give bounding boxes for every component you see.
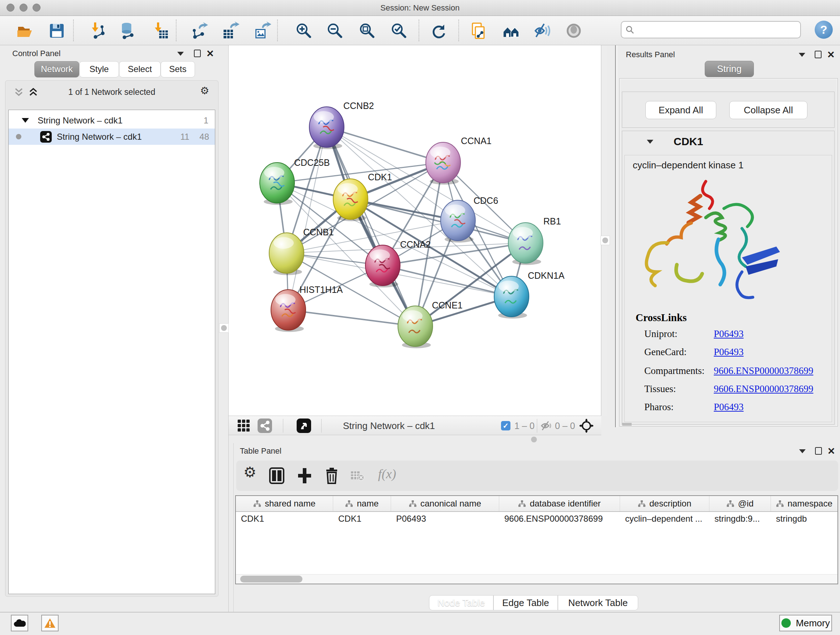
crosslink-compartments[interactable]: 9606.ENSP00000378699 — [714, 365, 813, 377]
network-node-CCNB1[interactable] — [269, 233, 304, 275]
export-table-icon[interactable] — [221, 22, 240, 40]
birdseye-toggle-icon[interactable] — [297, 418, 311, 433]
zoom-fit-icon[interactable] — [358, 22, 376, 40]
search-input[interactable] — [635, 25, 794, 35]
add-column-icon[interactable] — [297, 467, 312, 485]
warning-status-button[interactable] — [41, 615, 58, 631]
network-share-icon[interactable] — [257, 418, 272, 433]
tab-style[interactable]: Style — [79, 61, 119, 78]
crosslink-pharos[interactable]: P06493 — [714, 402, 744, 413]
crosslink-tissues[interactable]: 9606.ENSP00000378699 — [714, 383, 813, 394]
zoom-selected-icon[interactable] — [390, 22, 408, 40]
cell-database-identifier[interactable]: 9606.ENSP00000378699 — [499, 512, 620, 526]
network-node-HIST1H1A[interactable] — [271, 290, 306, 332]
cell-description[interactable]: cyclin–dependent ... — [620, 512, 709, 526]
left-splitter-handle[interactable] — [219, 323, 229, 333]
column-header[interactable]: shared name — [236, 496, 333, 511]
tab-network[interactable]: Network — [34, 61, 79, 78]
tab-edge-table[interactable]: Edge Table — [493, 595, 558, 610]
tab-select[interactable]: Select — [119, 61, 161, 78]
scrollbar-thumb[interactable] — [240, 576, 302, 583]
crosslink-label: Uniprot: — [644, 328, 677, 340]
tree-expand-icon[interactable] — [22, 118, 29, 123]
string-network-graph[interactable]: CCNB2CCNA1CDC25BCDK1CDC6RB1CCNB1CCNA2CDK… — [229, 45, 601, 416]
help-button[interactable]: ? — [815, 21, 833, 39]
network-row-selected[interactable]: String Network – cdk1 11 48 — [9, 128, 215, 145]
network-node-CCNA1[interactable] — [426, 142, 461, 185]
right-splitter-handle[interactable] — [600, 236, 610, 245]
tab-sets[interactable]: Sets — [161, 61, 195, 78]
cloud-status-button[interactable] — [11, 615, 28, 631]
results-panel-menu-icon[interactable] — [799, 53, 805, 57]
network-node-RB1[interactable] — [508, 223, 543, 265]
cell-canonical-name[interactable]: P06493 — [391, 512, 499, 526]
refresh-icon[interactable] — [430, 22, 448, 40]
table-settings-gear-icon[interactable]: ⚙ — [243, 467, 256, 477]
expand-all-button[interactable]: Expand All — [645, 101, 716, 119]
selected-checkbox-icon[interactable]: ✓ — [501, 421, 510, 431]
gene-entry: CDK1 cyclin–dependent kinase 1 — [622, 131, 835, 424]
column-header[interactable]: canonical name — [391, 496, 499, 511]
cell-id[interactable]: stringdb:9... — [709, 512, 771, 526]
zoom-out-icon[interactable] — [326, 22, 344, 40]
network-node-CCNE1[interactable] — [398, 306, 433, 348]
export-network-icon[interactable] — [190, 22, 208, 40]
control-panel-menu-icon[interactable] — [177, 52, 184, 56]
memory-button[interactable]: Memory — [779, 615, 832, 631]
delete-column-icon[interactable] — [325, 467, 339, 485]
results-panel-close-icon[interactable]: ✕ — [827, 51, 835, 59]
cell-shared-name[interactable]: CDK1 — [236, 512, 333, 526]
cell-name[interactable]: CDK1 — [333, 512, 391, 526]
network-edge[interactable] — [288, 310, 415, 326]
control-panel-float-icon[interactable] — [194, 50, 201, 57]
network-scrollbar[interactable] — [601, 45, 607, 416]
network-node-CDKN1A[interactable] — [494, 276, 529, 318]
export-image-icon[interactable] — [253, 22, 271, 40]
horizontal-splitter[interactable] — [229, 436, 840, 443]
column-header[interactable]: description — [620, 496, 709, 511]
tab-network-table[interactable]: Network Table — [558, 595, 638, 610]
network-node-CCNB2[interactable] — [309, 107, 344, 149]
table-horizontal-scrollbar[interactable] — [236, 574, 837, 584]
grid-view-icon[interactable] — [237, 419, 250, 432]
tab-node-table[interactable]: Node Table — [429, 595, 493, 610]
save-session-icon[interactable] — [48, 22, 66, 40]
table-panel-menu-icon[interactable] — [799, 449, 806, 453]
tab-string[interactable]: String — [705, 61, 754, 77]
column-header[interactable]: database identifier — [499, 496, 620, 511]
show-columns-icon[interactable] — [269, 467, 285, 485]
table-panel-float-icon[interactable] — [815, 447, 822, 455]
control-panel-close-icon[interactable]: ✕ — [206, 50, 214, 57]
network-edge[interactable] — [327, 127, 415, 326]
collapse-all-button[interactable]: Collapse All — [729, 101, 807, 119]
open-session-icon[interactable] — [16, 22, 34, 40]
network-edge[interactable] — [351, 199, 526, 243]
results-scroll-nub[interactable] — [622, 423, 632, 426]
results-panel-float-icon[interactable] — [815, 51, 821, 58]
crosshair-icon[interactable] — [579, 418, 594, 433]
birdseye-home-icon[interactable] — [502, 22, 520, 40]
import-table-icon[interactable] — [152, 22, 170, 40]
network-edge[interactable] — [327, 127, 443, 163]
table-panel-close-icon[interactable]: ✕ — [827, 447, 835, 455]
import-network-icon[interactable] — [89, 22, 107, 40]
column-header[interactable]: @id — [709, 496, 771, 511]
crosslink-uniprot[interactable]: P06493 — [714, 328, 744, 340]
entry-collapse-icon[interactable] — [647, 140, 653, 144]
hide-panels-icon[interactable] — [533, 22, 551, 40]
network-edge[interactable] — [288, 127, 327, 310]
network-options-gear-icon[interactable]: ⚙ — [200, 86, 209, 96]
import-database-icon[interactable] — [118, 22, 137, 40]
network-canvas[interactable]: CCNB2CCNA1CDC25BCDK1CDC6RB1CCNB1CCNA2CDK… — [229, 45, 601, 416]
column-header[interactable]: namespace — [771, 496, 837, 511]
cell-namespace[interactable]: stringdb — [771, 512, 837, 526]
table-row[interactable]: CDK1 CDK1 P06493 9606.ENSP00000378699 cy… — [236, 512, 837, 526]
network-collection-row[interactable]: String Network – cdk1 1 — [9, 112, 215, 128]
column-header[interactable]: name — [333, 496, 391, 511]
show-panels-icon[interactable] — [565, 22, 583, 40]
copy-network-icon[interactable] — [470, 22, 488, 40]
crosslink-genecard[interactable]: P06493 — [714, 347, 744, 358]
network-node-CDC25B[interactable] — [260, 163, 294, 205]
network-view-toolbar: String Network – cdk1 ✓ 1 – 0 0 – 0 — [229, 416, 601, 435]
zoom-in-icon[interactable] — [295, 22, 313, 40]
